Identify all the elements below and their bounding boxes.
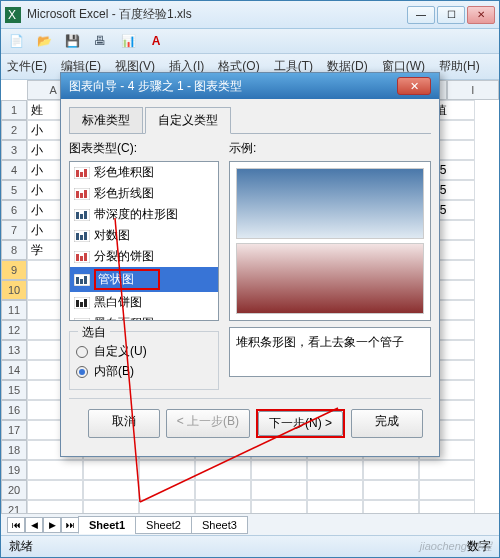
svg-rect-5 bbox=[84, 169, 87, 177]
svg-rect-9 bbox=[84, 190, 87, 198]
list-item[interactable]: 带深度的柱形图 bbox=[70, 204, 218, 225]
chart-icon[interactable]: 📊 bbox=[119, 32, 137, 50]
row-header[interactable]: 4 bbox=[1, 160, 27, 180]
cancel-button[interactable]: 取消 bbox=[88, 409, 160, 438]
row-header[interactable]: 7 bbox=[1, 220, 27, 240]
tab-sheet3[interactable]: Sheet3 bbox=[191, 516, 248, 534]
tab-nav-prev-icon[interactable]: ◀ bbox=[25, 517, 43, 533]
list-item[interactable]: 管状图 bbox=[70, 267, 218, 292]
row-header[interactable]: 1 bbox=[1, 100, 27, 120]
back-button[interactable]: < 上一步(B) bbox=[166, 409, 250, 438]
cell[interactable] bbox=[83, 460, 139, 480]
cell[interactable] bbox=[363, 480, 419, 500]
minimize-button[interactable]: — bbox=[407, 6, 435, 24]
svg-rect-4 bbox=[80, 172, 83, 177]
cell[interactable] bbox=[419, 460, 475, 480]
svg-rect-27 bbox=[76, 300, 79, 307]
svg-rect-25 bbox=[84, 276, 87, 284]
finish-button[interactable]: 完成 bbox=[351, 409, 423, 438]
tab-sheet1[interactable]: Sheet1 bbox=[78, 516, 136, 534]
row-header[interactable]: 5 bbox=[1, 180, 27, 200]
preview-bar-1 bbox=[236, 168, 424, 239]
select-from-legend: 选自 bbox=[78, 324, 110, 341]
highlight-selected: 管状图 bbox=[94, 269, 160, 290]
row-header[interactable]: 9 bbox=[1, 260, 27, 280]
svg-rect-23 bbox=[76, 277, 79, 284]
svg-rect-12 bbox=[80, 214, 83, 219]
cell[interactable] bbox=[27, 480, 83, 500]
cell[interactable] bbox=[139, 480, 195, 500]
radio-builtin[interactable]: 内部(B) bbox=[76, 363, 212, 380]
menu-file[interactable]: 文件(E) bbox=[7, 58, 47, 75]
cell[interactable] bbox=[139, 460, 195, 480]
svg-rect-28 bbox=[80, 302, 83, 307]
menu-help[interactable]: 帮助(H) bbox=[439, 58, 480, 75]
font-color-icon[interactable]: A bbox=[147, 32, 165, 50]
cell[interactable] bbox=[27, 460, 83, 480]
list-item[interactable]: 分裂的饼图 bbox=[70, 246, 218, 267]
tab-custom-types[interactable]: 自定义类型 bbox=[145, 107, 231, 134]
app-title: Microsoft Excel - 百度经验1.xls bbox=[27, 6, 407, 23]
chart-type-list[interactable]: 彩色堆积图彩色折线图带深度的柱形图对数图分裂的饼图管状图黑白饼图黑白面积图黑白折… bbox=[69, 161, 219, 321]
tab-nav-next-icon[interactable]: ▶ bbox=[43, 517, 61, 533]
close-button[interactable]: ✕ bbox=[467, 6, 495, 24]
cell[interactable] bbox=[251, 460, 307, 480]
open-icon[interactable]: 📂 bbox=[35, 32, 53, 50]
dialog-titlebar[interactable]: 图表向导 - 4 步骤之 1 - 图表类型 ✕ bbox=[61, 73, 439, 99]
row-header[interactable]: 14 bbox=[1, 360, 27, 380]
tab-nav-first-icon[interactable]: ⏮ bbox=[7, 517, 25, 533]
row-header[interactable]: 17 bbox=[1, 420, 27, 440]
row-header[interactable]: 20 bbox=[1, 480, 27, 500]
cell[interactable] bbox=[83, 480, 139, 500]
print-icon[interactable]: 🖶 bbox=[91, 32, 109, 50]
cell[interactable] bbox=[363, 460, 419, 480]
list-item[interactable]: 彩色折线图 bbox=[70, 183, 218, 204]
maximize-button[interactable]: ☐ bbox=[437, 6, 465, 24]
row-headers: 12345678910111213141516171819202122 bbox=[1, 100, 27, 540]
dialog-buttons: 取消 < 上一步(B) 下一步(N) > 完成 bbox=[69, 398, 431, 448]
row-header[interactable]: 18 bbox=[1, 440, 27, 460]
list-item-label: 带深度的柱形图 bbox=[94, 206, 178, 223]
sheet-tabs: ⏮ ◀ ▶ ⏭ Sheet1 Sheet2 Sheet3 bbox=[1, 513, 499, 535]
chart-type-icon bbox=[74, 166, 90, 180]
cell[interactable] bbox=[251, 480, 307, 500]
list-item[interactable]: 黑白面积图 bbox=[70, 313, 218, 321]
tab-nav-last-icon[interactable]: ⏭ bbox=[61, 517, 79, 533]
row-header[interactable]: 10 bbox=[1, 280, 27, 300]
row-header[interactable]: 15 bbox=[1, 380, 27, 400]
row-header[interactable]: 8 bbox=[1, 240, 27, 260]
row-header[interactable]: 2 bbox=[1, 120, 27, 140]
col-header[interactable]: I bbox=[447, 80, 499, 100]
window-controls: — ☐ ✕ bbox=[407, 6, 495, 24]
excel-icon: X bbox=[5, 7, 21, 23]
radio-custom[interactable]: 自定义(U) bbox=[76, 343, 212, 360]
chart-type-icon bbox=[74, 317, 90, 322]
list-item[interactable]: 对数图 bbox=[70, 225, 218, 246]
svg-rect-29 bbox=[84, 299, 87, 307]
row-header[interactable]: 12 bbox=[1, 320, 27, 340]
cell[interactable] bbox=[419, 480, 475, 500]
row-header[interactable]: 13 bbox=[1, 340, 27, 360]
chart-type-icon bbox=[74, 187, 90, 201]
cell[interactable] bbox=[195, 480, 251, 500]
new-icon[interactable]: 📄 bbox=[7, 32, 25, 50]
svg-rect-24 bbox=[80, 279, 83, 284]
row-header[interactable]: 6 bbox=[1, 200, 27, 220]
cell[interactable] bbox=[195, 460, 251, 480]
chart-type-icon bbox=[74, 250, 90, 264]
list-item[interactable]: 黑白饼图 bbox=[70, 292, 218, 313]
next-button[interactable]: 下一步(N) > bbox=[258, 411, 343, 436]
dialog-close-button[interactable]: ✕ bbox=[397, 77, 431, 95]
list-item[interactable]: 彩色堆积图 bbox=[70, 162, 218, 183]
cell[interactable] bbox=[307, 480, 363, 500]
row-header[interactable]: 11 bbox=[1, 300, 27, 320]
row-header[interactable]: 3 bbox=[1, 140, 27, 160]
row-header[interactable]: 16 bbox=[1, 400, 27, 420]
tab-sheet2[interactable]: Sheet2 bbox=[135, 516, 192, 534]
save-icon[interactable]: 💾 bbox=[63, 32, 81, 50]
tab-standard-types[interactable]: 标准类型 bbox=[69, 107, 143, 134]
cell[interactable] bbox=[307, 460, 363, 480]
svg-rect-30 bbox=[74, 318, 90, 322]
chart-wizard-dialog: 图表向导 - 4 步骤之 1 - 图表类型 ✕ 标准类型 自定义类型 图表类型(… bbox=[60, 72, 440, 457]
row-header[interactable]: 19 bbox=[1, 460, 27, 480]
